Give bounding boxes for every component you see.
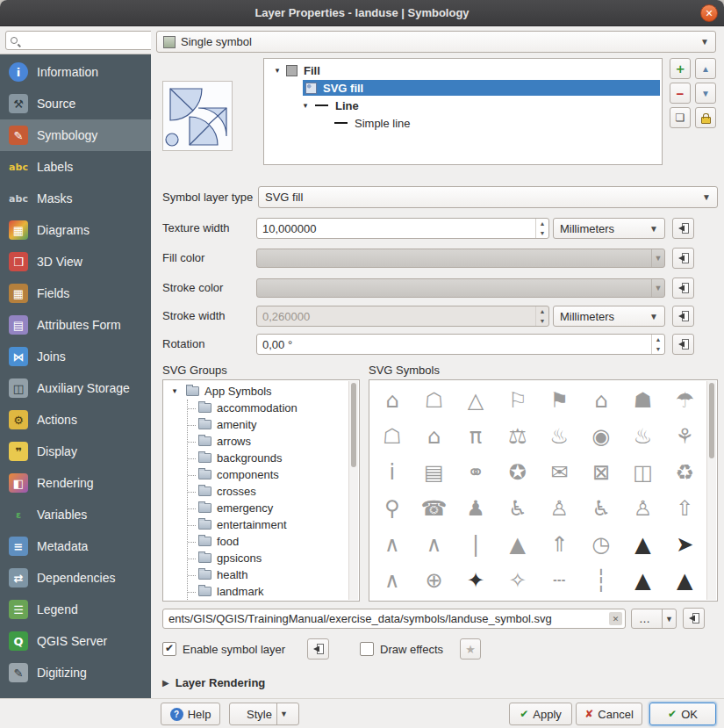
svg-groups-panel[interactable]: ▾ App Symbols accommodation amenity arro… xyxy=(162,379,360,602)
renderer-combobox[interactable]: Single symbol ▼ xyxy=(156,31,716,53)
texture-width-unit-combobox[interactable]: Millimeters ▼ xyxy=(553,218,665,239)
stroke-width-override-button[interactable] xyxy=(672,306,694,327)
svg-symbol-cell[interactable]: ♙ xyxy=(539,490,581,526)
rotation-spinner[interactable]: ▲▼ xyxy=(651,335,664,354)
move-up-button[interactable]: ▲ xyxy=(695,58,716,79)
svg-symbol-cell[interactable]: ✉ xyxy=(539,454,581,490)
svg-symbol-cell[interactable]: ⚘ xyxy=(663,418,706,454)
stroke-width-unit-combobox[interactable]: Millimeters ▼ xyxy=(553,306,665,327)
svg-symbol-cell[interactable]: i xyxy=(371,454,413,490)
svg-symbols-scrollbar[interactable] xyxy=(706,381,716,600)
svg-symbol-cell[interactable]: ∧ xyxy=(371,526,413,562)
svg-symbol-cell[interactable]: ⌂ xyxy=(413,418,455,454)
scrollbar-thumb[interactable] xyxy=(709,383,714,458)
svg-symbol-cell[interactable]: ∧ xyxy=(371,562,413,598)
svg-group-emergency[interactable]: emergency xyxy=(188,500,359,516)
svg-group-food[interactable]: food xyxy=(188,533,359,550)
svg-group-arrows[interactable]: arrows xyxy=(188,433,359,450)
svg-symbol-cell[interactable]: ♻ xyxy=(663,454,706,490)
remove-symbol-layer-button[interactable]: − xyxy=(670,83,691,104)
sidebar-item-labels[interactable]: abc Labels xyxy=(0,151,151,183)
svg-group-landmark[interactable]: landmark xyxy=(188,583,359,600)
sidebar-item-joins[interactable]: ⋈ Joins xyxy=(0,341,151,372)
svg-symbol-cell[interactable]: ☎ xyxy=(413,490,455,526)
add-symbol-layer-button[interactable]: ＋ xyxy=(670,58,691,79)
texture-width-spinner[interactable]: ▲▼ xyxy=(535,219,548,238)
svg-symbol-cell[interactable]: π xyxy=(455,418,497,454)
sidebar-item-masks[interactable]: abc Masks xyxy=(0,183,151,214)
sidebar-item-symbology[interactable]: ✎ Symbology xyxy=(0,119,151,151)
sidebar-item-attributes-form[interactable]: ▤ Attributes Form xyxy=(0,309,151,341)
sidebar-item-source[interactable]: ⚒ Source xyxy=(0,88,151,119)
clear-icon[interactable]: ✕ xyxy=(609,612,622,625)
svg-symbol-cell[interactable]: ⚭ xyxy=(455,454,497,490)
style-button[interactable]: Style ▼ xyxy=(229,703,299,725)
ok-button[interactable]: ✔ OK xyxy=(649,703,716,725)
svg-symbol-cell[interactable]: ⊠ xyxy=(580,454,622,490)
chevron-down-icon[interactable]: ▼ xyxy=(276,703,290,724)
svg-symbol-cell[interactable]: ✪ xyxy=(497,454,539,490)
texture-width-field[interactable]: ▲▼ xyxy=(256,218,549,239)
rotation-override-button[interactable] xyxy=(672,334,694,355)
expand-arrow-icon[interactable]: ▾ xyxy=(271,66,283,75)
svg-path-override-button[interactable] xyxy=(683,608,705,629)
svg-symbol-cell[interactable]: ♨ xyxy=(539,418,581,454)
sidebar-item-qgis-server[interactable]: Q QGIS Server xyxy=(0,625,151,657)
svg-symbol-cell[interactable]: ♿ xyxy=(580,490,622,526)
enable-symbol-layer-checkbox[interactable]: Enable symbol layer xyxy=(162,642,285,656)
svg-symbol-cell[interactable]: ▲ xyxy=(497,526,539,562)
svg-group-crosses[interactable]: crosses xyxy=(188,483,359,500)
browse-svg-button[interactable]: … ▼ xyxy=(631,609,677,629)
svg-symbol-cell[interactable]: ☖ xyxy=(371,418,413,454)
symbol-layer-type-combobox[interactable]: SVG fill ▼ xyxy=(258,186,718,208)
svg-symbol-cell[interactable]: ⚲ xyxy=(371,490,413,526)
svg-symbol-cell[interactable]: ⚖ xyxy=(497,418,539,454)
svg-path-field[interactable]: ✕ xyxy=(162,609,626,629)
sidebar-item-legend[interactable]: ☰ Legend xyxy=(0,594,151,625)
svg-symbol-cell[interactable]: ☗ xyxy=(622,382,664,418)
svg-symbol-cell[interactable]: | xyxy=(455,526,497,562)
svg-symbol-cell[interactable]: ▤ xyxy=(413,454,455,490)
sidebar-search-input[interactable] xyxy=(21,33,161,47)
sidebar-item-fields[interactable]: ▦ Fields xyxy=(0,278,151,309)
svg-symbol-cell[interactable]: ▲ xyxy=(622,526,664,562)
svg-symbol-cell[interactable]: ⚑ xyxy=(539,382,581,418)
draw-effects-checkbox[interactable]: Draw effects xyxy=(360,642,443,656)
rotation-input[interactable] xyxy=(257,338,651,351)
svg-groups-scrollbar[interactable] xyxy=(348,381,358,600)
chevron-down-icon[interactable]: ▼ xyxy=(662,609,676,628)
expand-arrow-icon[interactable]: ▾ xyxy=(168,386,181,395)
svg-symbol-cell[interactable]: ☂ xyxy=(663,382,706,418)
duplicate-symbol-layer-button[interactable]: ❏ xyxy=(670,107,691,128)
texture-width-input[interactable] xyxy=(257,222,535,235)
sidebar-item-digitizing[interactable]: ✎ Digitizing xyxy=(0,657,151,688)
sidebar-item-diagrams[interactable]: ▦ Diagrams xyxy=(0,214,151,246)
svg-symbol-cell[interactable]: ♟ xyxy=(455,490,497,526)
expand-arrow-icon[interactable]: ▾ xyxy=(299,101,312,110)
svg-symbol-cell[interactable]: ♨ xyxy=(622,418,664,454)
lock-colors-button[interactable] xyxy=(695,107,716,128)
checkbox-icon[interactable] xyxy=(162,642,176,656)
svg-group-gpsicons[interactable]: gpsicons xyxy=(188,550,359,566)
svg-symbol-cell[interactable]: △ xyxy=(455,382,497,418)
svg-symbol-cell[interactable]: ∧ xyxy=(413,526,455,562)
sidebar-item-information[interactable]: i Information xyxy=(0,56,151,88)
svg-path-input[interactable] xyxy=(163,612,609,625)
symbol-layer-row-fill[interactable]: ▾ Fill xyxy=(264,61,662,79)
checkbox-icon[interactable] xyxy=(360,642,374,656)
svg-symbol-cell[interactable]: ⚐ xyxy=(497,382,539,418)
stroke-color-override-button[interactable] xyxy=(672,278,694,299)
svg-symbol-cell[interactable]: ┄ xyxy=(539,562,581,598)
svg-group-amenity[interactable]: amenity xyxy=(188,416,359,433)
svg-symbol-cell[interactable]: ✦ xyxy=(455,562,497,598)
scrollbar-thumb[interactable] xyxy=(351,383,356,467)
sidebar-item-auxiliary-storage[interactable]: ◫ Auxiliary Storage xyxy=(0,372,151,404)
svg-group-health[interactable]: health xyxy=(188,566,359,583)
svg-symbol-cell[interactable]: ➤ xyxy=(663,526,706,562)
fill-color-button[interactable]: ▼ xyxy=(256,249,665,268)
sidebar-item-variables[interactable]: ε Variables xyxy=(0,499,151,530)
svg-symbol-cell[interactable]: ⊕ xyxy=(413,562,455,598)
svg-symbol-cell[interactable]: ⇑ xyxy=(539,526,581,562)
texture-width-override-button[interactable] xyxy=(672,218,694,239)
svg-group-accommodation[interactable]: accommodation xyxy=(188,400,359,416)
